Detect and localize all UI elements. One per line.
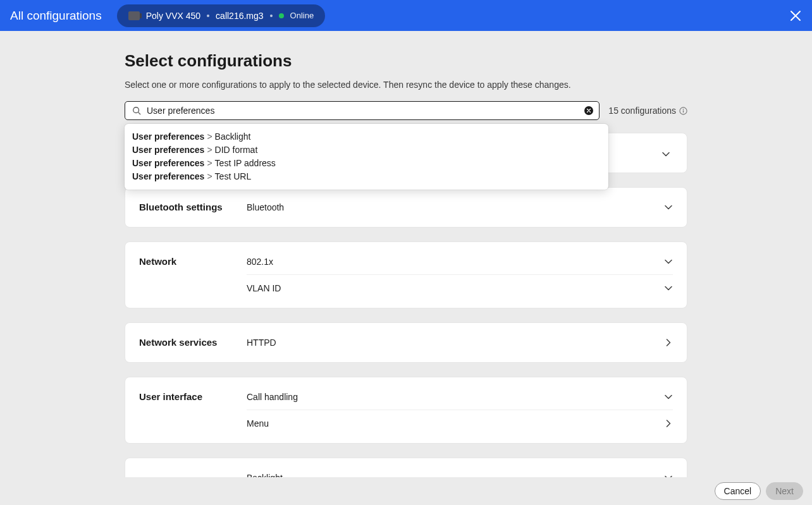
config-row-8021x[interactable]: 802.1x	[247, 248, 673, 275]
content: Select configurations Select one or more…	[125, 51, 687, 501]
section-label: User interface	[125, 377, 247, 443]
chevron-down-icon	[664, 203, 673, 212]
section-label: Network	[125, 242, 247, 308]
clear-icon	[584, 106, 593, 115]
chevron-down-icon	[661, 150, 670, 159]
ac-suffix: Test URL	[215, 171, 252, 181]
config-row-label: HTTPD	[247, 338, 276, 348]
device-id: call216.mg3	[216, 11, 264, 21]
ac-prefix: User preferences	[132, 158, 204, 168]
status-dot-icon	[279, 13, 284, 18]
config-row-label: Bluetooth	[247, 202, 284, 212]
section-user-interface: User interface Call handling Menu	[125, 377, 687, 444]
breadcrumb-all-configurations[interactable]: All configurations	[10, 9, 102, 23]
section-label: Network services	[125, 323, 247, 362]
chevron-down-icon	[664, 257, 673, 266]
search-wrap: User preferences>Backlight User preferen…	[125, 101, 600, 120]
autocomplete-item[interactable]: User preferences>Test IP address	[132, 157, 601, 170]
config-row-label: VLAN ID	[247, 283, 281, 293]
info-icon[interactable]	[679, 107, 687, 115]
config-row-label: Menu	[247, 418, 269, 429]
page-subtitle: Select one or more configurations to app…	[125, 80, 687, 90]
clear-search-button[interactable]	[584, 106, 593, 115]
config-row-label: 802.1x	[247, 257, 273, 267]
cancel-button[interactable]: Cancel	[715, 482, 761, 500]
section-network-services: Network services HTTPD	[125, 322, 687, 363]
section-items: 802.1x VLAN ID	[247, 242, 687, 308]
config-row-bluetooth[interactable]: Bluetooth	[247, 194, 673, 221]
chevron-down-icon	[664, 392, 673, 401]
phone-icon	[128, 11, 140, 20]
config-count-label: 15 configurations	[608, 106, 676, 116]
svg-rect-4	[683, 110, 684, 113]
ac-suffix: DID format	[215, 145, 258, 155]
autocomplete-dropdown: User preferences>Backlight User preferen…	[125, 124, 608, 190]
device-name: Poly VVX 450	[146, 11, 200, 21]
config-count: 15 configurations	[608, 106, 687, 116]
section-items: Bluetooth	[247, 188, 687, 227]
chevron-down-icon	[664, 284, 673, 293]
dot-separator-icon	[270, 15, 273, 17]
config-row-call-handling[interactable]: Call handling	[247, 384, 673, 410]
section-items: Call handling Menu	[247, 377, 687, 443]
ac-prefix: User preferences	[132, 131, 204, 142]
main-container: Select configurations Select one or more…	[0, 31, 812, 505]
search-row: User preferences>Backlight User preferen…	[125, 101, 687, 120]
section-label: Bluetooth settings	[125, 188, 247, 227]
svg-point-3	[683, 109, 684, 110]
autocomplete-item[interactable]: User preferences>Test URL	[132, 170, 601, 183]
section-items: HTTPD	[247, 323, 687, 362]
chevron-right-icon	[664, 338, 673, 347]
footer-bar: Cancel Next	[0, 477, 812, 505]
chevron-right-icon	[664, 419, 673, 428]
config-row-vlan-id[interactable]: VLAN ID	[247, 275, 673, 301]
search-icon	[132, 106, 141, 115]
device-pill[interactable]: Poly VVX 450 call216.mg3 Online	[117, 4, 325, 27]
autocomplete-item[interactable]: User preferences>DID format	[132, 143, 601, 157]
search-input[interactable]	[147, 106, 576, 116]
ac-prefix: User preferences	[132, 145, 204, 155]
page-title: Select configurations	[125, 51, 687, 71]
ac-suffix: Backlight	[215, 131, 251, 142]
close-icon	[789, 9, 802, 22]
section-network: Network 802.1x VLAN ID	[125, 241, 687, 308]
section-bluetooth-settings: Bluetooth settings Bluetooth	[125, 187, 687, 228]
config-row-httpd[interactable]: HTTPD	[247, 329, 673, 356]
config-row-label: Call handling	[247, 392, 298, 402]
close-button[interactable]	[789, 9, 802, 22]
next-button: Next	[766, 482, 803, 500]
status-label: Online	[290, 11, 314, 20]
search-input-container	[125, 101, 600, 120]
autocomplete-item[interactable]: User preferences>Backlight	[132, 130, 601, 143]
ac-suffix: Test IP address	[215, 158, 276, 168]
topbar: All configurations Poly VVX 450 call216.…	[0, 0, 812, 31]
ac-prefix: User preferences	[132, 171, 204, 181]
config-row-menu[interactable]: Menu	[247, 410, 673, 437]
dot-separator-icon	[207, 15, 209, 17]
